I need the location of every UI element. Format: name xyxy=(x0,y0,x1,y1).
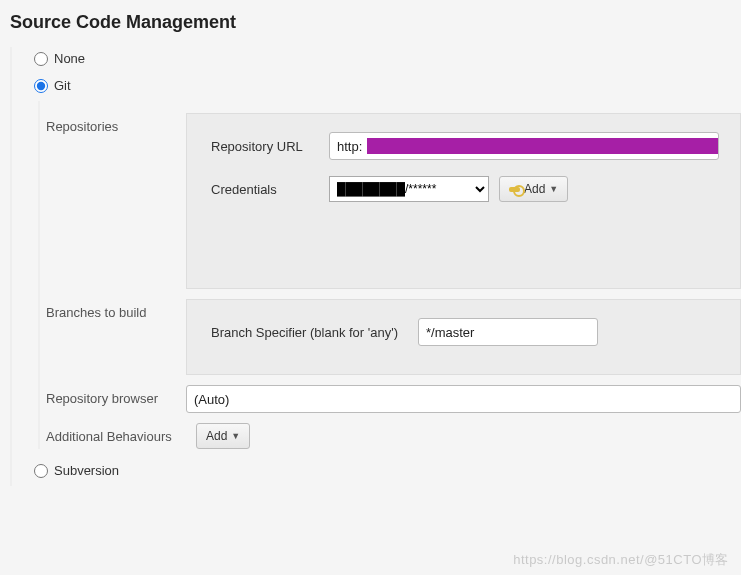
add-credentials-button[interactable]: Add ▼ xyxy=(499,176,568,202)
radio-subversion-label: Subversion xyxy=(54,463,119,478)
repo-browser-input[interactable] xyxy=(186,385,741,413)
credentials-select[interactable]: ████████/****** xyxy=(329,176,489,202)
repo-url-label: Repository URL xyxy=(211,139,319,154)
repo-url-redacted xyxy=(367,138,718,154)
credentials-label: Credentials xyxy=(211,182,319,197)
branches-panel: Branch Specifier (blank for 'any') xyxy=(186,299,741,375)
branch-specifier-input[interactable] xyxy=(418,318,598,346)
repo-browser-label: Repository browser xyxy=(46,385,186,406)
repositories-panel: Repository URL http: Credentials ███████… xyxy=(186,113,741,289)
branches-label: Branches to build xyxy=(46,299,186,320)
branch-specifier-label: Branch Specifier (blank for 'any') xyxy=(211,325,408,340)
watermark: https://blog.csdn.net/@51CTO博客 xyxy=(513,551,729,569)
repositories-label: Repositories xyxy=(46,113,186,134)
repo-url-input[interactable]: http: xyxy=(329,132,719,160)
add-credentials-label: Add xyxy=(524,182,545,196)
scm-option-subversion[interactable]: Subversion xyxy=(22,459,741,486)
caret-down-icon: ▼ xyxy=(231,431,240,441)
radio-git[interactable] xyxy=(34,79,48,93)
radio-none[interactable] xyxy=(34,52,48,66)
section-title: Source Code Management xyxy=(10,12,741,33)
radio-none-label: None xyxy=(54,51,85,66)
repo-url-prefix: http: xyxy=(330,139,367,154)
add-behaviour-label: Add xyxy=(206,429,227,443)
additional-behaviours-label: Additional Behaviours xyxy=(46,429,196,444)
add-behaviour-button[interactable]: Add ▼ xyxy=(196,423,250,449)
scm-option-git[interactable]: Git xyxy=(22,74,741,101)
radio-git-label: Git xyxy=(54,78,71,93)
scm-option-none[interactable]: None xyxy=(22,47,741,74)
key-icon xyxy=(509,187,520,192)
caret-down-icon: ▼ xyxy=(549,184,558,194)
radio-subversion[interactable] xyxy=(34,464,48,478)
